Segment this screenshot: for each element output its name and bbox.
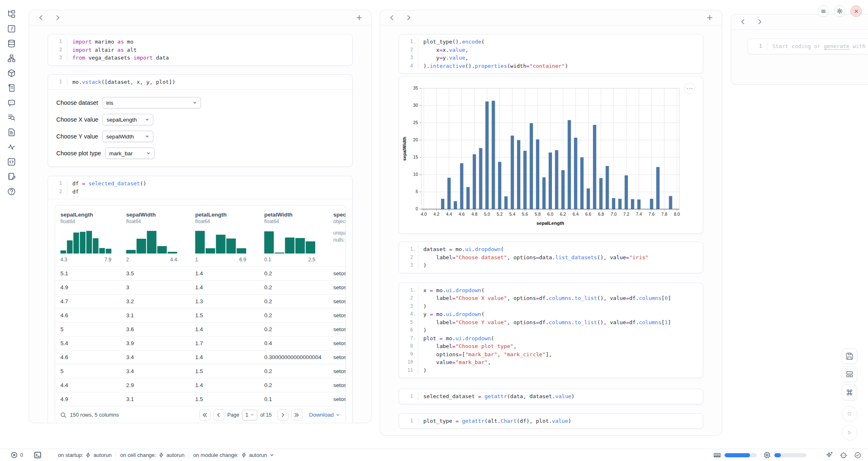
sidebar-functions-button[interactable]: f: [6, 24, 17, 34]
column-prev-button[interactable]: [738, 16, 748, 27]
column-header-petalWidth[interactable]: petalWidthfloat640.12.5: [259, 212, 328, 263]
code-line[interactable]: 2 label="Choose X value", options=df.col…: [399, 294, 703, 302]
column-prev-button[interactable]: [36, 12, 46, 23]
runtime-config-0[interactable]: on startup:autorun: [58, 452, 112, 458]
runtime-config-2[interactable]: on module change:autorun: [193, 452, 274, 458]
copilot-button[interactable]: [840, 451, 847, 459]
sidebar-snippets-button[interactable]: [6, 127, 17, 137]
window-controls: [817, 5, 862, 17]
code-line[interactable]: 11): [399, 366, 703, 375]
table-row[interactable]: 4.73.21.30.2setosa: [55, 294, 346, 308]
shortcuts-button[interactable]: [842, 385, 857, 400]
code-line[interactable]: 1import marimo as mo: [48, 38, 352, 46]
code-line[interactable]: 4⌄y = mo.ui.dropdown(: [399, 310, 703, 318]
run-button[interactable]: [842, 425, 857, 440]
code-line[interactable]: 3): [399, 261, 703, 270]
terminal-button[interactable]: [34, 451, 42, 459]
ram-meter: [725, 453, 757, 457]
code-line[interactable]: 2 x=x.value,: [399, 46, 703, 54]
first-page-button[interactable]: [199, 409, 210, 420]
column-header-sepalWidth[interactable]: sepalWidthfloat6424.4: [121, 212, 190, 263]
add-cell-button[interactable]: [354, 12, 365, 23]
column-next-button[interactable]: [52, 12, 63, 23]
layout-button[interactable]: [842, 366, 857, 382]
prev-page-button[interactable]: [213, 409, 224, 420]
code-line[interactable]: 2import altair as alt: [48, 46, 352, 54]
table-row[interactable]: 5.43.91.70.4setosa: [55, 336, 346, 350]
code-line[interactable]: 4).interactive().properties(width="conta…: [399, 62, 703, 70]
close-button[interactable]: [850, 5, 862, 17]
code-line[interactable]: 1⌄dataset = mo.ui.dropdown(: [399, 245, 703, 254]
column-header-sepalLength[interactable]: sepalLengthfloat644.37.9: [55, 212, 121, 263]
sparkles-icon: [825, 451, 833, 459]
column-header-species[interactable]: speciesobjectunique:nulls:: [328, 212, 346, 263]
bar-chart[interactable]: 4.04.24.44.64.85.05.25.45.65.86.06.26.46…: [399, 77, 703, 234]
code-line[interactable]: 9 options=["mark_bar", "mark_circle"],: [399, 350, 703, 359]
code-line[interactable]: 3from vega_datasets import data: [48, 54, 352, 62]
search-icon[interactable]: [60, 412, 67, 418]
table-row[interactable]: 5.13.51.40.2setosa: [55, 266, 346, 280]
download-button[interactable]: Download: [309, 412, 340, 418]
sidebar-tracing-activity-button[interactable]: [6, 142, 17, 152]
table-row[interactable]: 53.41.50.2setosa: [55, 364, 346, 378]
code-line[interactable]: 6): [399, 326, 703, 334]
page-select[interactable]: 1: [242, 410, 257, 420]
generate-link[interactable]: generate: [824, 43, 850, 49]
ai-assist-button[interactable]: [825, 451, 833, 459]
table-row[interactable]: 53.61.40.2setosa: [55, 322, 346, 336]
menu-button[interactable]: [817, 5, 829, 17]
code-line[interactable]: 8 label="Choose plot type",: [399, 342, 703, 350]
dropdown-3[interactable]: mark_bar: [105, 148, 155, 159]
code-line[interactable]: 1mo.vstack([dataset, x, y, plot]): [48, 78, 352, 86]
column-header-petalLength[interactable]: petalLengthfloat6416.9: [190, 212, 259, 263]
code-line[interactable]: 3): [399, 302, 703, 311]
dropdown-2[interactable]: sepalWidth: [102, 131, 153, 142]
column-next-button[interactable]: [403, 12, 414, 23]
code-line[interactable]: 3 y=y.value,: [399, 54, 703, 62]
sidebar-packages-button[interactable]: [6, 68, 17, 78]
sidebar-documentation-scroll-button[interactable]: [6, 83, 17, 93]
sidebar-chat-bot-button[interactable]: [6, 98, 17, 108]
code-line[interactable]: 1⌄x = mo.ui.dropdown(: [399, 286, 703, 295]
column-prev-button[interactable]: [387, 12, 397, 23]
svg-text:5.0: 5.0: [484, 212, 490, 217]
chart-menu-button[interactable]: [684, 83, 695, 94]
errors-button[interactable]: 0: [11, 452, 23, 459]
sidebar-dependency-graph-button[interactable]: [6, 53, 17, 63]
sidebar-scratchpad-button[interactable]: [6, 172, 17, 182]
last-page-button[interactable]: [291, 409, 302, 420]
svg-text:20: 20: [413, 137, 418, 142]
code-line[interactable]: 2df: [48, 188, 352, 196]
svg-text:25: 25: [413, 120, 418, 125]
dropdown-0[interactable]: iris: [102, 97, 201, 108]
runtime-config-1[interactable]: on cell change:autorun: [120, 452, 185, 458]
code-line[interactable]: 1⌄plot_type().encode(: [399, 38, 703, 46]
dropdown-1[interactable]: sepalLength: [102, 114, 153, 125]
code-line[interactable]: 5 label="Choose Y value", options=df.col…: [399, 318, 703, 327]
code-line[interactable]: 2 label="Choose dataset", options=data.l…: [399, 254, 703, 262]
table-row[interactable]: 4.63.11.50.2setosa: [55, 308, 346, 322]
connection-status-button[interactable]: [854, 452, 861, 459]
table-row[interactable]: 4.931.40.2setosa: [55, 280, 346, 294]
sidebar-code-square-button[interactable]: [6, 157, 17, 167]
table-row[interactable]: 4.63.41.40.30000000000000004setosa: [55, 350, 346, 364]
save-button[interactable]: [842, 348, 857, 364]
code-line[interactable]: 10 value="mark_bar",: [399, 358, 703, 366]
code-line[interactable]: 1selected_dataset = getattr(data, datase…: [399, 392, 703, 401]
sidebar-file-tree-button[interactable]: [6, 9, 17, 19]
table-row[interactable]: 4.93.11.50.1setosa: [55, 392, 346, 406]
sidebar-logs-search-button[interactable]: [6, 113, 17, 122]
code-line[interactable]: 1df = selected_dataset(): [48, 180, 352, 188]
next-page-button[interactable]: [277, 409, 289, 420]
stop-button[interactable]: [842, 406, 857, 422]
code-line[interactable]: 7⌄plot = mo.ui.dropdown(: [399, 334, 703, 343]
table-row[interactable]: 4.42.91.40.2setosa: [55, 378, 346, 392]
add-cell-button[interactable]: [704, 12, 715, 23]
settings-button[interactable]: [834, 5, 845, 17]
empty-code-cell[interactable]: 1 Start coding or generate with: [748, 39, 868, 54]
code-line[interactable]: 1plot_type = getattr(alt.Chart(df), plot…: [399, 417, 703, 425]
sidebar-help-button[interactable]: [6, 187, 17, 196]
sidebar-database-button[interactable]: [6, 39, 17, 48]
column-next-button[interactable]: [754, 16, 765, 27]
svg-text:7.0: 7.0: [611, 212, 617, 217]
